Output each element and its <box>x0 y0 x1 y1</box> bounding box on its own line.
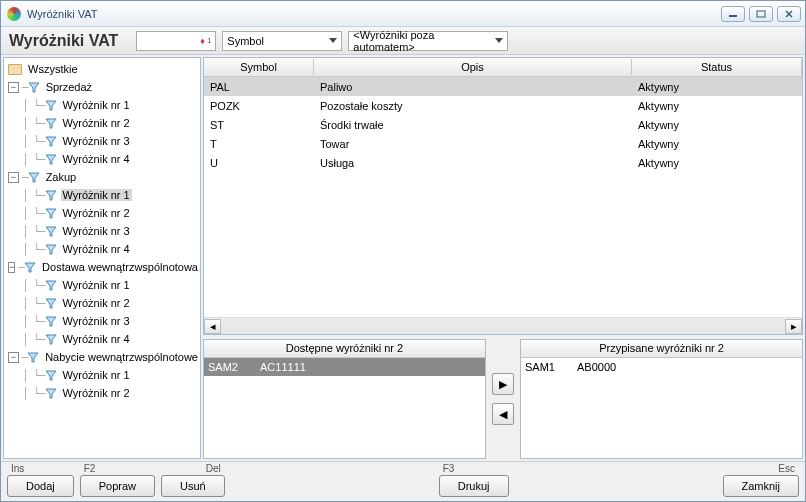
tree-group[interactable]: −─Nabycie wewnątrzwspólnotowe <box>4 348 200 366</box>
funnel-icon <box>45 244 57 255</box>
sort-num-icon: 1 <box>207 36 211 45</box>
move-right-button[interactable]: ▶ <box>492 373 514 395</box>
tree-item[interactable]: │ └─Wyróżnik nr 4 <box>4 240 200 258</box>
close-button-footer[interactable]: Zamknij <box>723 475 800 497</box>
available-title: Dostępne wyróżniki nr 2 <box>204 340 485 358</box>
minimize-button[interactable] <box>721 6 745 22</box>
collapse-icon[interactable]: − <box>8 262 15 273</box>
horizontal-scrollbar[interactable]: ◂ ▸ <box>204 317 802 334</box>
filter-select[interactable]: <Wyróżniki poza automatem> <box>348 31 508 51</box>
tree-item[interactable]: │ └─Wyróżnik nr 1 <box>4 96 200 114</box>
funnel-icon <box>45 316 57 327</box>
add-button[interactable]: Dodaj <box>7 475 74 497</box>
chevron-down-icon <box>495 38 503 43</box>
table-row[interactable]: TTowarAktywny <box>204 134 802 153</box>
funnel-icon <box>28 82 40 93</box>
tree-item[interactable]: │ └─Wyróżnik nr 3 <box>4 312 200 330</box>
svg-rect-0 <box>729 15 737 17</box>
funnel-icon <box>45 190 57 201</box>
sort-toggle[interactable]: ♦ 1 <box>136 31 216 51</box>
tree-item[interactable]: │ └─Wyróżnik nr 2 <box>4 294 200 312</box>
edit-button[interactable]: Popraw <box>80 475 155 497</box>
sort-field-select[interactable]: Symbol <box>222 31 342 51</box>
tree-item[interactable]: │ └─Wyróżnik nr 2 <box>4 204 200 222</box>
hint-esc: Esc <box>778 463 799 475</box>
tree-item[interactable]: │ └─Wyróżnik nr 3 <box>4 132 200 150</box>
hint-f2: F2 <box>80 463 96 475</box>
tree-root[interactable]: Wszystkie <box>4 60 200 78</box>
collapse-icon[interactable]: − <box>8 82 19 93</box>
funnel-icon <box>24 262 36 273</box>
tree-item[interactable]: │ └─Wyróżnik nr 2 <box>4 384 200 402</box>
collapse-icon[interactable]: − <box>8 352 19 363</box>
filter-label: <Wyróżniki poza automatem> <box>353 29 495 53</box>
tree-item[interactable]: │ └─Wyróżnik nr 2 <box>4 114 200 132</box>
close-button[interactable] <box>777 6 801 22</box>
folder-icon <box>8 64 22 75</box>
chevron-down-icon <box>329 38 337 43</box>
funnel-icon <box>45 334 57 345</box>
svg-rect-1 <box>757 11 765 17</box>
hint-del: Del <box>206 463 225 475</box>
tree-item[interactable]: │ └─Wyróżnik nr 1 <box>4 186 200 204</box>
funnel-icon <box>28 172 40 183</box>
tree-item[interactable]: │ └─Wyróżnik nr 4 <box>4 150 200 168</box>
toolbar: Wyróżniki VAT ♦ 1 Symbol <Wyróżniki poza… <box>1 27 805 55</box>
titlebar: Wyróżniki VAT <box>1 1 805 27</box>
tree-group[interactable]: −─Zakup <box>4 168 200 186</box>
scroll-left-icon[interactable]: ◂ <box>204 319 221 334</box>
move-left-button[interactable]: ◀ <box>492 403 514 425</box>
tree-item[interactable]: │ └─Wyróżnik nr 1 <box>4 366 200 384</box>
funnel-icon <box>45 226 57 237</box>
category-tree[interactable]: Wszystkie−─Sprzedaż│ └─Wyróżnik nr 1│ └─… <box>3 57 201 459</box>
footer: InsDodaj F2Popraw DelUsuń F3Drukuj EscZa… <box>1 461 805 501</box>
window: Wyróżniki VAT Wyróżniki VAT ♦ 1 Symbol <… <box>0 0 806 502</box>
table-row[interactable]: UUsługaAktywny <box>204 153 802 172</box>
table-row[interactable]: STŚrodki trwałeAktywny <box>204 115 802 134</box>
app-icon <box>7 7 21 21</box>
list-item[interactable]: SAM2AC11111 <box>204 358 485 376</box>
scroll-right-icon[interactable]: ▸ <box>785 319 802 334</box>
funnel-icon <box>45 280 57 291</box>
main-grid[interactable]: Symbol Opis Status PALPaliwoAktywnyPOZKP… <box>203 57 803 335</box>
grid-header-status[interactable]: Status <box>632 59 802 75</box>
tree-group[interactable]: −─Sprzedaż <box>4 78 200 96</box>
maximize-button[interactable] <box>749 6 773 22</box>
assigned-title: Przypisane wyróżniki nr 2 <box>521 340 802 358</box>
funnel-icon <box>27 352 39 363</box>
assigned-panel[interactable]: Przypisane wyróżniki nr 2 SAM1AB0000 <box>520 339 803 459</box>
hint-ins: Ins <box>7 463 24 475</box>
print-button[interactable]: Drukuj <box>439 475 509 497</box>
table-row[interactable]: PALPaliwoAktywny <box>204 77 802 96</box>
funnel-icon <box>45 298 57 309</box>
list-item[interactable]: SAM1AB0000 <box>521 358 802 376</box>
delete-button[interactable]: Usuń <box>161 475 225 497</box>
sort-field-label: Symbol <box>227 35 264 47</box>
funnel-icon <box>45 208 57 219</box>
available-panel[interactable]: Dostępne wyróżniki nr 2 SAM2AC11111 <box>203 339 486 459</box>
window-title: Wyróżniki VAT <box>27 8 717 20</box>
funnel-icon <box>45 118 57 129</box>
page-title: Wyróżniki VAT <box>9 32 130 50</box>
collapse-icon[interactable]: − <box>8 172 19 183</box>
funnel-icon <box>45 370 57 381</box>
tree-item[interactable]: │ └─Wyróżnik nr 3 <box>4 222 200 240</box>
table-row[interactable]: POZKPozostałe kosztyAktywny <box>204 96 802 115</box>
funnel-icon <box>45 154 57 165</box>
funnel-icon <box>45 388 57 399</box>
tree-group[interactable]: −─Dostawa wewnątrzwspólnotowa <box>4 258 200 276</box>
funnel-icon <box>45 136 57 147</box>
funnel-icon <box>45 100 57 111</box>
grid-header-opis[interactable]: Opis <box>314 59 632 75</box>
sort-icon: ♦ <box>200 36 205 46</box>
tree-item[interactable]: │ └─Wyróżnik nr 4 <box>4 330 200 348</box>
hint-f3: F3 <box>439 463 455 475</box>
tree-item[interactable]: │ └─Wyróżnik nr 1 <box>4 276 200 294</box>
grid-header-symbol[interactable]: Symbol <box>204 59 314 75</box>
